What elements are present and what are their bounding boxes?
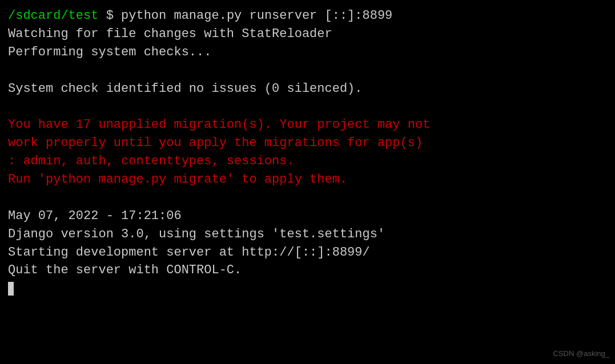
output-line-8: May 07, 2022 - 17:21:06 [8,207,607,225]
output-line-2: Performing system checks... [8,43,607,62]
output-line-3: System check identified no issues (0 sil… [8,80,607,98]
prompt-dollar: $ [98,9,113,23]
output-line-9: Django version 3.0, using settings 'test… [8,225,607,244]
prompt-line: /sdcard/test $ python manage.py runserve… [8,7,607,25]
blank-line-2 [8,98,607,116]
blank-line-1 [8,62,607,80]
watermark: CSDN @asking_ [553,349,609,359]
prompt-command: python manage.py runserver [::]:8899 [114,9,392,23]
output-line-4: You have 17 unapplied migration(s). Your… [8,116,607,134]
output-line-1: Watching for file changes with StatReloa… [8,25,607,43]
prompt-path: /sdcard/test [8,9,98,23]
terminal-cursor [8,282,14,296]
terminal-window: /sdcard/test $ python manage.py runserve… [0,0,615,364]
output-line-5: work properly until you apply the migrat… [8,134,607,152]
output-line-10: Starting development server at http://[:… [8,244,607,262]
output-line-11: Quit the server with CONTROL-C. [8,261,607,280]
blank-line-3 [8,189,607,207]
output-line-6: : admin, auth, contenttypes, sessions. [8,152,607,171]
output-line-7: Run 'python manage.py migrate' to apply … [8,171,607,189]
cursor-line [8,280,607,298]
